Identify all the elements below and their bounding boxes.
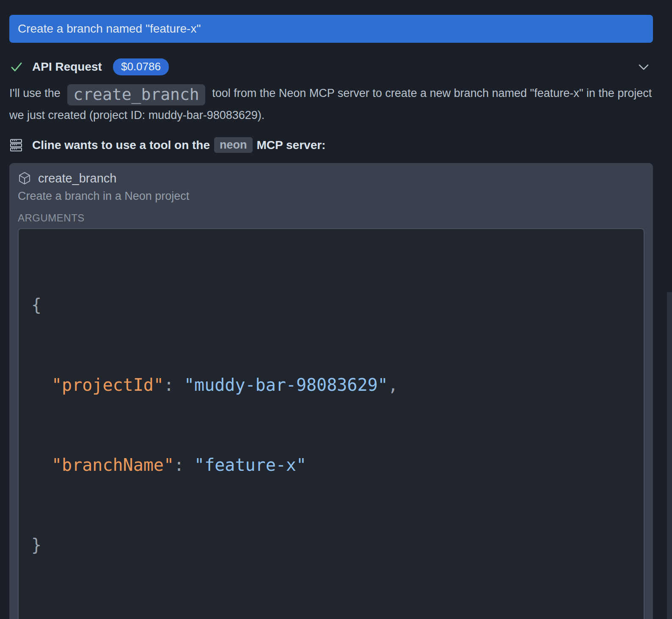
package-icon bbox=[18, 171, 31, 185]
code-close-brace: } bbox=[31, 535, 41, 555]
arguments-label: ARGUMENTS bbox=[18, 212, 644, 224]
api-request-row: API Request $0.0786 bbox=[9, 58, 653, 76]
scrollbar-thumb[interactable] bbox=[667, 292, 672, 619]
chevron-down-icon[interactable] bbox=[637, 60, 650, 74]
code-line: "branchName":"feature-x" bbox=[31, 452, 631, 478]
code-comma: , bbox=[388, 375, 398, 395]
code-line: } bbox=[31, 532, 631, 558]
code-key-branchName: "branchName" bbox=[52, 455, 174, 475]
api-cost-badge: $0.0786 bbox=[113, 58, 169, 75]
tool-heading-after: MCP server: bbox=[257, 138, 326, 152]
tool-name: create_branch bbox=[38, 171, 116, 185]
assistant-text-before: I'll use the bbox=[9, 87, 61, 99]
code-line: { bbox=[31, 292, 631, 318]
assistant-message: I'll use the create_branch tool from the… bbox=[9, 83, 653, 125]
code-line: "projectId":"muddy-bar-98083629", bbox=[31, 372, 631, 398]
tool-call-card: create_branch Create a branch in a Neon … bbox=[9, 163, 653, 619]
code-open-brace: { bbox=[31, 295, 41, 315]
api-request-label: API Request bbox=[32, 60, 102, 74]
user-message-text: Create a branch named "feature-x" bbox=[18, 22, 201, 36]
mcp-server-badge: neon bbox=[214, 137, 253, 153]
chat-transcript: Create a branch named "feature-x" API Re… bbox=[9, 0, 653, 619]
code-colon: : bbox=[164, 375, 174, 395]
server-icon bbox=[9, 138, 23, 152]
tool-description: Create a branch in a Neon project bbox=[18, 190, 644, 203]
code-value-projectId: "muddy-bar-98083629" bbox=[184, 375, 388, 395]
check-icon bbox=[9, 60, 24, 74]
code-key-projectId: "projectId" bbox=[52, 375, 164, 395]
arguments-code-block: { "projectId":"muddy-bar-98083629", "bra… bbox=[18, 228, 644, 619]
code-colon: : bbox=[174, 455, 184, 475]
inline-code-chip: create_branch bbox=[67, 84, 205, 105]
tool-use-heading: Cline wants to use a tool on the neon MC… bbox=[9, 136, 653, 155]
code-value-branchName: "feature-x" bbox=[194, 455, 306, 475]
tool-heading-before: Cline wants to use a tool on the bbox=[32, 138, 210, 152]
user-message-banner: Create a branch named "feature-x" bbox=[9, 15, 653, 43]
tool-title-row: create_branch bbox=[18, 171, 644, 185]
